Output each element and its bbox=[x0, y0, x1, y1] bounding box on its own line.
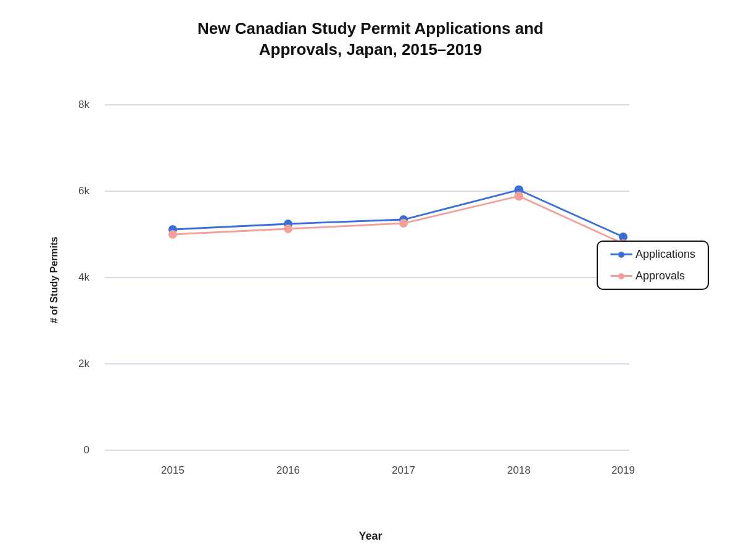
chart-container: New Canadian Study Permit Applications a… bbox=[0, 0, 741, 560]
legend-label-applications: Applications bbox=[635, 248, 695, 261]
legend: Applications Approvals bbox=[597, 241, 709, 290]
chart-svg: 8k 6k 4k 2k 0 2015 2016 2017 2018 2019 bbox=[56, 86, 673, 500]
y-tick-0: 0 bbox=[84, 444, 89, 456]
legend-label-approvals: Approvals bbox=[635, 270, 685, 282]
approvals-dot-2017 bbox=[400, 220, 407, 227]
x-tick-2016: 2016 bbox=[276, 464, 300, 476]
legend-item-applications: Applications bbox=[610, 248, 695, 261]
legend-dot-approvals bbox=[618, 273, 624, 279]
x-axis-label: Year bbox=[358, 530, 382, 543]
y-tick-2k: 2k bbox=[78, 358, 89, 369]
legend-item-approvals: Approvals bbox=[610, 270, 695, 282]
chart-title: New Canadian Study Permit Applications a… bbox=[161, 19, 581, 60]
y-tick-8k: 8k bbox=[78, 99, 89, 110]
x-tick-2015: 2015 bbox=[161, 464, 184, 476]
y-tick-6k: 6k bbox=[78, 185, 89, 197]
x-tick-2017: 2017 bbox=[392, 464, 415, 476]
x-tick-2018: 2018 bbox=[507, 464, 531, 476]
approvals-dot-2018 bbox=[515, 192, 523, 200]
x-tick-2019: 2019 bbox=[611, 464, 635, 476]
legend-dot-applications bbox=[618, 252, 624, 258]
approvals-dot-2015 bbox=[169, 231, 176, 238]
y-tick-4k: 4k bbox=[78, 271, 89, 283]
approvals-dot-2016 bbox=[284, 225, 292, 233]
